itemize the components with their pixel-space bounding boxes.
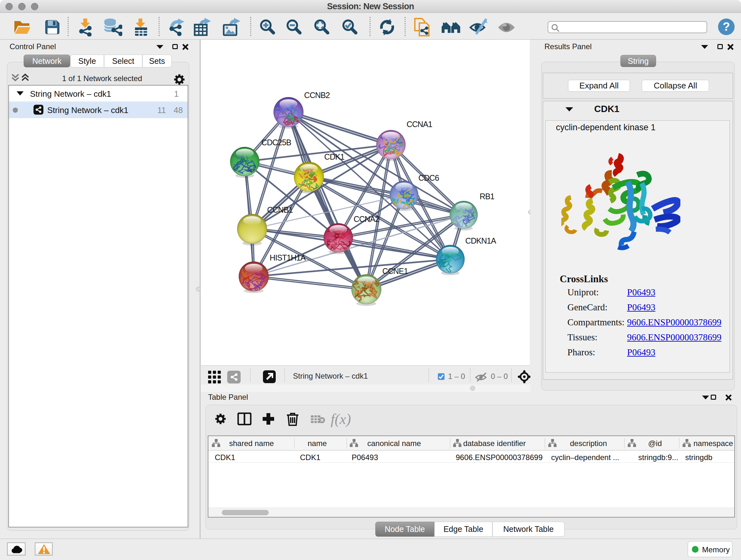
svg-text:CCNB1: CCNB1: [267, 205, 293, 214]
svg-text:CCNB2: CCNB2: [304, 91, 330, 100]
svg-text:CDK1: CDK1: [324, 152, 344, 161]
svg-text:CDC25B: CDC25B: [261, 138, 291, 147]
svg-text:CCNE1: CCNE1: [382, 266, 408, 275]
svg-text:CCNA2: CCNA2: [354, 214, 379, 224]
svg-text:CDKN1A: CDKN1A: [465, 236, 496, 245]
svg-text:?: ?: [723, 20, 730, 33]
svg-text:RB1: RB1: [480, 192, 494, 201]
svg-text:CCNA1: CCNA1: [407, 120, 432, 129]
svg-text:HIST1H1A: HIST1H1A: [270, 253, 306, 262]
svg-text:CDC6: CDC6: [418, 173, 439, 182]
